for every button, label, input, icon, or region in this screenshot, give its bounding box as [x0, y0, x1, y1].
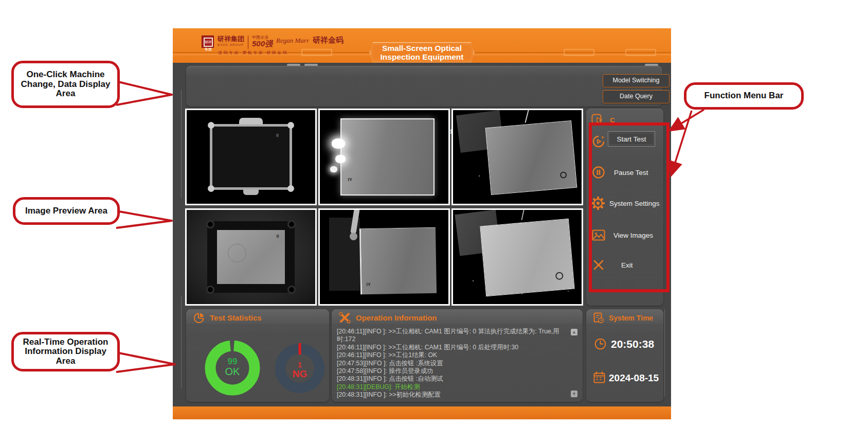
app-title-line2: Inspection Equipment: [381, 53, 464, 62]
logo-tagline: 读码专家·屏检专家·研祥金码: [218, 50, 288, 56]
glass-panel: [485, 120, 576, 195]
log-line: [20:46:11][INFO ]: >>工位相机: CAM1 图片编号: 0 …: [337, 328, 569, 335]
part-marking: IY: [366, 282, 371, 287]
model-switching-button[interactable]: Model Switching: [603, 74, 670, 87]
callout-realtime-info-line2: Information Display: [25, 347, 106, 357]
log-line: [20:48:31][INFO ]: 点击按钮 :自动测试: [337, 375, 569, 383]
header-decoration: [301, 49, 332, 56]
part-marking: II: [276, 234, 279, 239]
camera-image-4[interactable]: II: [185, 208, 317, 306]
logo-group: 研祥集团 EVOC GROUP: [218, 36, 244, 46]
test-statistics-panel: Test Statistics 99 OK 1 NG: [186, 309, 329, 402]
part-marking: IY: [348, 177, 352, 182]
test-statistics-header: Test Statistics: [186, 309, 329, 326]
header-decoration: [564, 49, 594, 56]
logo-brand: 研祥金码: [313, 36, 343, 45]
evoc-logo-icon: 研祥集团: [202, 36, 214, 48]
callout-tail-preview: [116, 211, 172, 228]
test-statistics-title: Test Statistics: [210, 313, 262, 322]
callout-image-preview-label: Image Preview Area: [25, 206, 107, 216]
tube-connector: [350, 233, 357, 240]
glass-panel: IY: [359, 227, 436, 294]
scroll-up-button[interactable]: ▲: [571, 329, 577, 335]
ng-count: 1: [275, 361, 325, 369]
camera-image-2[interactable]: IY: [318, 109, 450, 205]
screen-panel: II: [217, 230, 285, 285]
camera-image-1[interactable]: II: [185, 109, 317, 205]
doc-clock-icon: [593, 312, 604, 324]
logo-rank-bottom: 500强: [252, 40, 273, 47]
pie-chart-icon: [193, 312, 205, 324]
operation-information-title: Operation Information: [356, 313, 437, 322]
watermark-circle: [228, 244, 246, 262]
app-footer-bar: [173, 406, 671, 419]
callout-image-preview: Image Preview Area: [13, 197, 120, 225]
camera-image-3[interactable]: [451, 109, 583, 205]
glare-blob: [335, 155, 346, 163]
fixture-knob: [208, 185, 214, 192]
log-line: 时:172: [337, 335, 569, 343]
system-time-panel: System Time 20:50:38 2024-08-15: [586, 309, 663, 402]
clock-icon: [594, 338, 606, 350]
log-line: [20:47:58][INFO ]: 操作员登录成功: [337, 367, 569, 375]
log-line-debug: [20:48:31][DEBUG]: 开始检测: [337, 383, 569, 391]
callout-tail-info: [116, 352, 175, 372]
ok-count: 99: [205, 357, 260, 366]
log-line: [20:48:31][INFO ]: >>初始化检测配置: [337, 391, 569, 399]
callout-data-area: One-Click Machine Change, Data Display A…: [11, 61, 120, 108]
camera-image-6[interactable]: [451, 208, 583, 306]
glass-panel: [480, 219, 574, 297]
header-decoration: [625, 49, 656, 56]
ok-label: OK: [205, 366, 260, 377]
fixture-knob: [287, 286, 296, 294]
panel-hole: [559, 171, 567, 179]
callout-data-area-line1: One-Click Machine: [26, 70, 104, 80]
brand-logo: 研祥集团 研祥集团 EVOC GROUP 中国企业 500强 Regan Mar…: [202, 36, 343, 49]
callout-realtime-info: Real-Time Operation Information Display …: [11, 332, 120, 371]
app-header-bar: 研祥集团 研祥集团 EVOC GROUP 中国企业 500强 Regan Mar…: [173, 28, 671, 63]
callout-data-area-line3: Area: [56, 89, 76, 99]
logo-mark-text: 研祥集团: [204, 38, 213, 47]
logo-divider: [248, 36, 248, 49]
ng-label: NG: [275, 369, 325, 379]
date-query-button[interactable]: Date Query: [603, 90, 670, 103]
fixture-knob: [208, 122, 214, 129]
part-marking: II: [276, 133, 279, 138]
glass-panel: IY: [340, 118, 435, 195]
menu-highlight-rectangle: [589, 122, 670, 292]
body-edge-decoration: [181, 90, 182, 198]
screenshot-canvas: 研祥集团 研祥集团 EVOC GROUP 中国企业 500强 Regan Mar…: [0, 0, 868, 443]
logo-group-en: EVOC GROUP: [218, 43, 244, 46]
system-time-header: System Time: [586, 309, 663, 326]
body-edge-decoration: [181, 296, 182, 388]
cable: [521, 208, 525, 220]
scroll-down-button[interactable]: ▼: [571, 391, 577, 397]
app-title-badge: Small-Screen Optical Inspection Equipmen…: [370, 42, 475, 63]
crossed-tools-icon: [339, 312, 351, 324]
dust-speckles: [473, 280, 474, 281]
callout-function-menu: Function Menu Bar: [684, 82, 804, 110]
glare-blob: [330, 166, 337, 172]
operation-information-header: Operation Information: [332, 309, 583, 326]
fixture-knob: [206, 286, 214, 294]
callout-realtime-info-line3: Area: [56, 357, 76, 366]
fixture-frame: II: [207, 221, 295, 293]
calendar-icon: [593, 371, 605, 383]
callout-function-menu-label: Function Menu Bar: [704, 91, 784, 101]
cable: [525, 109, 529, 123]
body-edge-decoration: [664, 309, 665, 397]
log-line: [20:47:53][INFO ]: 点击按钮 :系统设置: [337, 360, 569, 367]
log-line: [20:46:11][INFO ]: >>工位1结果: OK: [337, 351, 569, 359]
glare-blob: [332, 138, 345, 149]
camera-image-5[interactable]: IY: [318, 208, 450, 306]
logo-group-cn: 研祥集团: [218, 36, 244, 42]
dust-speckles: [479, 175, 480, 176]
panel-hole: [555, 272, 563, 280]
fixture-knob: [206, 220, 214, 228]
fixture-knob: [287, 122, 294, 129]
callout-realtime-info-line1: Real-Time Operation: [23, 338, 109, 347]
log-list[interactable]: [20:46:11][INFO ]: >>工位相机: CAM1 图片编号: 0 …: [337, 328, 569, 400]
app-title-line1: Small-Screen Optical: [381, 44, 464, 53]
system-time-title: System Time: [609, 314, 653, 322]
callout-tail-data-area: [116, 81, 172, 105]
